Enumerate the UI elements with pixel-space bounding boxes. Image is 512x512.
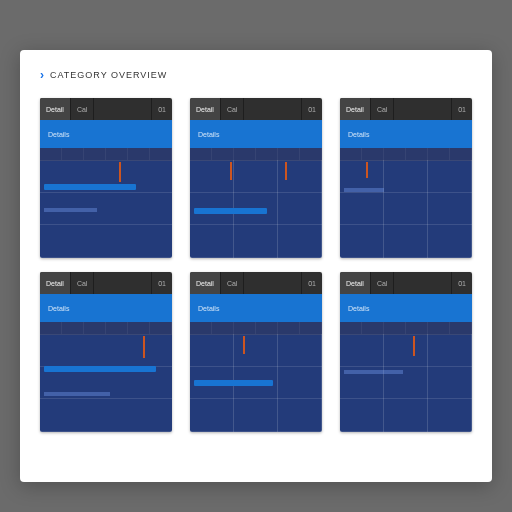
card-body (40, 148, 172, 258)
card-body (190, 148, 322, 258)
card-banner: Details (40, 120, 172, 148)
card-tab[interactable]: Detail (340, 98, 371, 120)
card-tab[interactable]: Cal (371, 98, 395, 120)
card-body (190, 322, 322, 432)
card-tab[interactable]: Cal (371, 272, 395, 294)
card-banner: Details (190, 120, 322, 148)
card-tab[interactable]: Cal (221, 98, 245, 120)
card-tabbar: Detail Cal 01 (340, 272, 472, 294)
card-tab-index: 01 (301, 272, 322, 294)
card-tabbar: Detail Cal 01 (40, 272, 172, 294)
panel-card[interactable]: Detail Cal 01 Details (190, 98, 322, 258)
card-tab-index: 01 (151, 98, 172, 120)
card-body (340, 322, 472, 432)
card-tabbar: Detail Cal 01 (190, 272, 322, 294)
card-tab[interactable]: Cal (71, 98, 95, 120)
panel-card[interactable]: Detail Cal 01 Details (340, 98, 472, 258)
card-body (40, 322, 172, 432)
card-tab[interactable]: Detail (190, 272, 221, 294)
card-tab[interactable]: Detail (190, 98, 221, 120)
panel-card[interactable]: Detail Cal 01 Details (340, 272, 472, 432)
card-tab-index: 01 (451, 272, 472, 294)
page-header: › Category Overview (40, 68, 472, 82)
card-tabbar: Detail Cal 01 (40, 98, 172, 120)
card-tabbar: Detail Cal 01 (190, 98, 322, 120)
card-tab[interactable]: Cal (71, 272, 95, 294)
card-banner: Details (340, 120, 472, 148)
card-banner: Details (40, 294, 172, 322)
card-tab[interactable]: Cal (221, 272, 245, 294)
page-title: Category Overview (50, 70, 167, 80)
card-tabbar: Detail Cal 01 (340, 98, 472, 120)
chevron-right-icon: › (40, 68, 44, 82)
card-tab[interactable]: Detail (340, 272, 371, 294)
card-banner: Details (340, 294, 472, 322)
card-tab-index: 01 (301, 98, 322, 120)
panel-card[interactable]: Detail Cal 01 Details (40, 272, 172, 432)
card-tab[interactable]: Detail (40, 272, 71, 294)
card-body (340, 148, 472, 258)
card-tab-index: 01 (451, 98, 472, 120)
card-tab[interactable]: Detail (40, 98, 71, 120)
card-tab-index: 01 (151, 272, 172, 294)
page: › Category Overview Detail Cal 01 Detail… (20, 50, 492, 482)
card-banner: Details (190, 294, 322, 322)
panel-card[interactable]: Detail Cal 01 Details (40, 98, 172, 258)
card-grid: Detail Cal 01 Details Detail Cal 01 Deta… (40, 98, 472, 432)
panel-card[interactable]: Detail Cal 01 Details (190, 272, 322, 432)
